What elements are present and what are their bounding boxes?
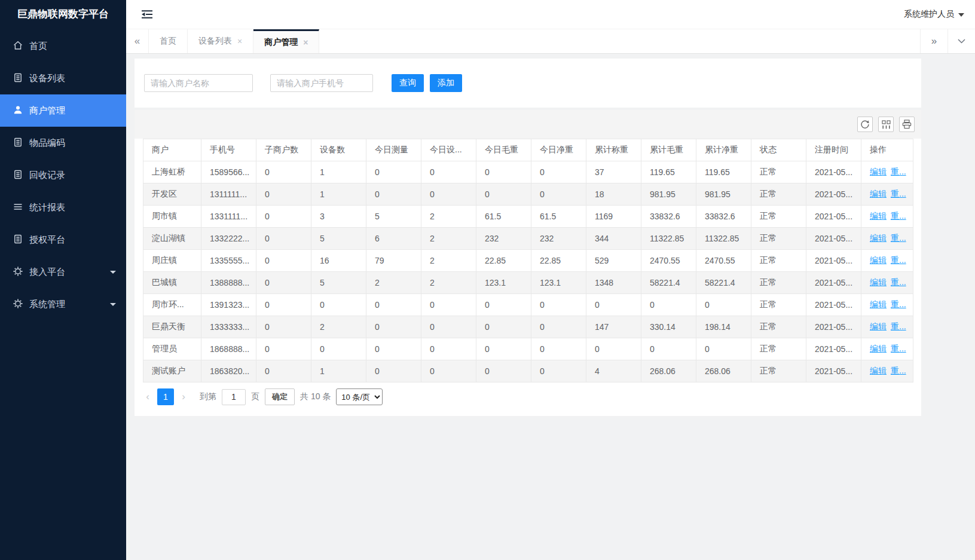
table-cell: 4 xyxy=(586,360,641,382)
page-size-select[interactable]: 10 条/页 xyxy=(336,388,383,405)
table-cell: 2021-05... xyxy=(806,183,861,206)
query-button[interactable]: 查询 xyxy=(392,74,424,92)
user-menu[interactable]: 系统维护人员 xyxy=(904,9,964,20)
close-icon[interactable]: × xyxy=(237,36,242,46)
table-cell: 0 xyxy=(696,294,751,316)
tab-merchant-management[interactable]: 商户管理 × xyxy=(253,29,319,53)
table-cell: 0 xyxy=(531,161,586,183)
page-number-button[interactable]: 1 xyxy=(157,388,174,405)
table-row: 周市环...1391323...000000000正常2021-05...编辑重… xyxy=(143,294,913,316)
column-header: 商户 xyxy=(143,139,201,161)
tab-label: 首页 xyxy=(160,36,176,47)
column-header: 今日净重 xyxy=(531,139,586,161)
table-cell: 1335555... xyxy=(201,250,256,272)
table-cell: 22.85 xyxy=(531,250,586,272)
edit-link[interactable]: 编辑 xyxy=(870,366,887,375)
next-page-icon[interactable]: › xyxy=(179,391,188,403)
collapse-sidebar-icon[interactable] xyxy=(142,10,152,19)
main-area: 系统维护人员 « 首页 设备列表 × 商户管理 × » xyxy=(126,0,975,560)
sidebar-item-home[interactable]: 首页 xyxy=(0,30,126,62)
sidebar-item-item-codes[interactable]: 物品编码 xyxy=(0,127,126,159)
refresh-icon[interactable] xyxy=(857,117,873,132)
edit-link[interactable]: 编辑 xyxy=(870,211,887,221)
operations-cell: 编辑重... xyxy=(861,272,913,294)
print-icon[interactable] xyxy=(899,117,915,132)
table-cell: 6 xyxy=(366,228,421,250)
edit-link[interactable]: 编辑 xyxy=(870,344,887,353)
reset-link[interactable]: 重... xyxy=(891,233,906,243)
table-cell: 0 xyxy=(256,272,311,294)
file-icon xyxy=(13,137,23,149)
table-cell: 119.65 xyxy=(696,161,751,183)
tabs-scroll-left-icon[interactable]: « xyxy=(126,29,149,53)
merchant-name-input[interactable] xyxy=(144,74,253,92)
reset-link[interactable]: 重... xyxy=(891,366,906,375)
edit-link[interactable]: 编辑 xyxy=(870,299,887,309)
reset-link[interactable]: 重... xyxy=(891,344,906,353)
sidebar-item-access-platform[interactable]: 接入平台 xyxy=(0,256,126,288)
content: 查询 添加 xyxy=(126,54,975,560)
table-cell: 2021-05... xyxy=(806,338,861,360)
table-cell: 5 xyxy=(311,272,366,294)
sidebar-item-merchant-management[interactable]: 商户管理 xyxy=(0,94,126,127)
reset-link[interactable]: 重... xyxy=(891,299,906,309)
table-toolbar xyxy=(135,110,921,139)
tab-device-list[interactable]: 设备列表 × xyxy=(188,29,253,53)
merchant-phone-input[interactable] xyxy=(270,74,373,92)
file-icon xyxy=(13,170,23,181)
add-button[interactable]: 添加 xyxy=(430,74,462,92)
reset-link[interactable]: 重... xyxy=(891,211,906,221)
table-cell: 0 xyxy=(531,360,586,382)
table-cell: 0 xyxy=(256,161,311,183)
sidebar-item-authorized-platform[interactable]: 授权平台 xyxy=(0,224,126,256)
table-header-row: 商户手机号子商户数设备数今日测量今日设...今日毛重今日净重累计称重累计毛重累计… xyxy=(143,139,913,161)
goto-page-input[interactable] xyxy=(222,389,246,405)
reset-link[interactable]: 重... xyxy=(891,277,906,287)
table-cell: 61.5 xyxy=(476,206,531,228)
table-cell: 1 xyxy=(311,360,366,382)
edit-link[interactable]: 编辑 xyxy=(870,167,887,176)
page-label: 页 xyxy=(251,391,259,402)
tabs-scroll-right-icon[interactable]: » xyxy=(920,29,948,53)
confirm-button[interactable]: 确定 xyxy=(265,388,295,405)
table-cell: 正常 xyxy=(751,183,806,206)
column-header: 状态 xyxy=(751,139,806,161)
sidebar-item-statistics-reports[interactable]: 统计报表 xyxy=(0,191,126,224)
table-cell: 5 xyxy=(311,228,366,250)
home-icon xyxy=(13,41,23,52)
file-icon xyxy=(13,73,23,84)
bars-icon xyxy=(13,202,23,213)
table-cell: 0 xyxy=(476,316,531,338)
table-cell: 0 xyxy=(366,161,421,183)
sidebar-item-device-list[interactable]: 设备列表 xyxy=(0,62,126,94)
table-cell: 123.1 xyxy=(476,272,531,294)
table-cell: 79 xyxy=(366,250,421,272)
edit-link[interactable]: 编辑 xyxy=(870,322,887,331)
tabs-menu-chevron-icon[interactable] xyxy=(948,29,975,53)
app-title: 巨鼎物联网数字平台 xyxy=(0,0,126,29)
table-cell: 529 xyxy=(586,250,641,272)
table-cell: 0 xyxy=(256,183,311,206)
reset-link[interactable]: 重... xyxy=(891,255,906,265)
table-cell: 正常 xyxy=(751,338,806,360)
sidebar-item-recycle-records[interactable]: 回收记录 xyxy=(0,159,126,191)
close-icon[interactable]: × xyxy=(303,38,308,47)
table-cell: 1388888... xyxy=(201,272,256,294)
table-cell: 33832.6 xyxy=(696,206,751,228)
sidebar-item-system-management[interactable]: 系统管理 xyxy=(0,288,126,320)
edit-link[interactable]: 编辑 xyxy=(870,189,887,198)
table-cell: 1868888... xyxy=(201,338,256,360)
sidebar-item-label: 授权平台 xyxy=(29,234,65,246)
columns-filter-icon[interactable] xyxy=(878,117,894,132)
tab-home[interactable]: 首页 xyxy=(149,29,188,53)
prev-page-icon[interactable]: ‹ xyxy=(143,391,152,403)
reset-link[interactable]: 重... xyxy=(891,322,906,331)
table-cell: 33832.6 xyxy=(641,206,696,228)
edit-link[interactable]: 编辑 xyxy=(870,277,887,287)
table-cell: 16 xyxy=(311,250,366,272)
edit-link[interactable]: 编辑 xyxy=(870,255,887,265)
reset-link[interactable]: 重... xyxy=(891,189,906,198)
sidebar: 巨鼎物联网数字平台 首页 设备列表 商户管理 xyxy=(0,0,126,560)
reset-link[interactable]: 重... xyxy=(891,167,906,176)
edit-link[interactable]: 编辑 xyxy=(870,233,887,243)
